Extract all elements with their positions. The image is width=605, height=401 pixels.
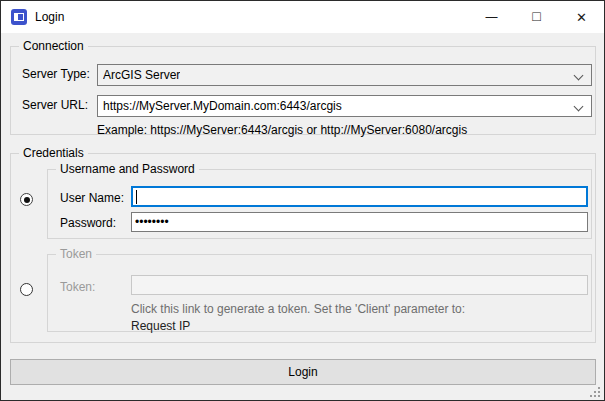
connection-group: Connection Server Type: ArcGIS Server Se… [10, 46, 596, 135]
chevron-down-icon [574, 71, 584, 81]
connection-group-legend: Connection [19, 39, 88, 53]
login-button[interactable]: Login [10, 359, 596, 385]
server-type-combobox[interactable]: ArcGIS Server [97, 64, 592, 86]
token-input[interactable] [131, 275, 588, 295]
login-dialog: Login — □ ✕ Connection Server Type: ArcG… [0, 0, 605, 401]
credentials-group: Credentials Username and Password User N… [10, 153, 596, 343]
username-password-group-legend: Username and Password [56, 162, 199, 176]
minimize-icon[interactable]: — [469, 1, 514, 33]
token-radio[interactable] [20, 283, 33, 296]
token-group-legend: Token [56, 247, 96, 261]
resize-grip-icon[interactable] [590, 387, 600, 397]
maximize-icon[interactable]: □ [514, 1, 559, 33]
server-url-label: Server URL: [22, 98, 88, 112]
text-caret [136, 190, 137, 204]
credentials-group-legend: Credentials [19, 146, 88, 160]
password-input[interactable] [131, 212, 588, 232]
token-client-value: Request IP [131, 319, 190, 333]
token-info-link[interactable]: Click this link to generate a token. Set… [131, 302, 465, 316]
server-url-example-text: Example: https://MyServer:6443/arcgis or… [97, 123, 467, 137]
server-type-value: ArcGIS Server [103, 68, 180, 82]
password-label: Password: [60, 216, 116, 230]
chevron-down-icon [574, 102, 584, 112]
token-group: Token Token: Click this link to generate… [47, 254, 592, 332]
username-input[interactable] [131, 186, 588, 207]
window-title: Login [35, 10, 64, 24]
titlebar: Login — □ ✕ [1, 1, 604, 33]
username-password-group: Username and Password User Name: Passwor… [47, 169, 592, 239]
close-icon[interactable]: ✕ [559, 1, 604, 33]
server-url-combobox[interactable]: https://MyServer.MyDomain.com:6443/arcgi… [97, 95, 592, 117]
username-password-radio[interactable] [20, 193, 33, 206]
token-label: Token: [60, 280, 95, 294]
username-label: User Name: [60, 191, 124, 205]
app-window-icon [11, 9, 27, 25]
server-type-label: Server Type: [22, 67, 90, 81]
server-url-value: https://MyServer.MyDomain.com:6443/arcgi… [103, 99, 342, 113]
